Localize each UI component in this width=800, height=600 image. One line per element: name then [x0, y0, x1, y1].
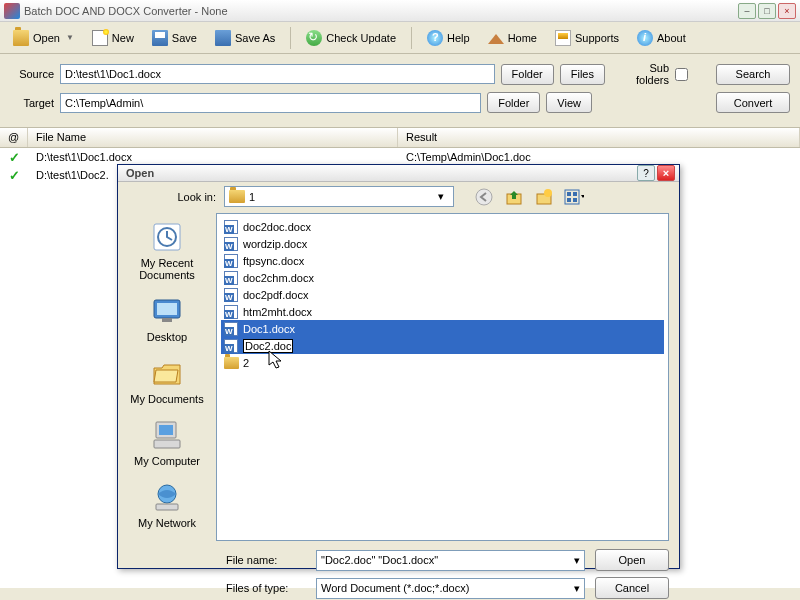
target-folder-button[interactable]: Folder — [487, 92, 540, 113]
places-bar: My Recent Documents Desktop My Documents… — [118, 211, 216, 543]
new-folder-icon[interactable] — [534, 187, 554, 207]
chevron-down-icon[interactable]: ▼ — [66, 33, 74, 42]
main-toolbar: Open▼ New Save Save As Check Update Help… — [0, 22, 800, 54]
file-item[interactable]: Doc1.docx — [221, 320, 664, 337]
file-name: Doc1.docx — [243, 323, 295, 335]
file-item[interactable]: wordzip.docx — [221, 235, 664, 252]
about-icon — [637, 30, 653, 46]
file-item[interactable]: doc2pdf.docx — [221, 286, 664, 303]
file-item[interactable]: Doc2.doc — [221, 337, 664, 354]
home-button[interactable]: Home — [481, 26, 544, 50]
folder-item[interactable]: 2 — [221, 354, 664, 371]
svg-rect-18 — [156, 504, 178, 510]
filename-combo[interactable]: "Doc2.doc" "Doc1.docx"▾ — [316, 550, 585, 571]
check-update-button[interactable]: Check Update — [299, 26, 403, 50]
subfolders-checkbox[interactable] — [675, 68, 688, 81]
place-mydocs[interactable]: My Documents — [125, 353, 209, 413]
minimize-button[interactable]: – — [738, 3, 756, 19]
lookin-value: 1 — [249, 191, 255, 203]
file-name: wordzip.docx — [243, 238, 307, 250]
close-button[interactable]: × — [778, 3, 796, 19]
nav-icons — [474, 187, 584, 207]
save-as-button[interactable]: Save As — [208, 26, 282, 50]
subfolders-label: Sub folders — [625, 62, 669, 86]
file-name: 2 — [243, 357, 249, 369]
check-icon: ✓ — [9, 150, 20, 165]
about-button[interactable]: About — [630, 26, 693, 50]
col-filename[interactable]: File Name — [28, 128, 398, 147]
file-name: htm2mht.docx — [243, 306, 312, 318]
help-icon — [427, 30, 443, 46]
doc-icon — [223, 338, 239, 354]
col-status[interactable]: @ — [0, 128, 28, 147]
target-label: Target — [10, 97, 54, 109]
place-mynet[interactable]: My Network — [125, 477, 209, 537]
place-label: My Documents — [125, 393, 209, 405]
dialog-open-button[interactable]: Open — [595, 549, 669, 571]
cell-filename: D:\test\1\Doc1.docx — [28, 151, 398, 163]
filename-value: "Doc2.doc" "Doc1.docx" — [321, 554, 438, 566]
mycomp-icon — [149, 419, 185, 451]
save-button[interactable]: Save — [145, 26, 204, 50]
search-button[interactable]: Search — [716, 64, 790, 85]
lookin-combo[interactable]: 1 ▾ — [224, 186, 454, 207]
form-area: Source Folder Files Sub folders Search T… — [0, 54, 800, 128]
filetype-value: Word Document (*.doc;*.docx) — [321, 582, 469, 594]
supports-button[interactable]: Supports — [548, 26, 626, 50]
svg-rect-15 — [159, 425, 173, 435]
doc-icon — [223, 236, 239, 252]
back-icon[interactable] — [474, 187, 494, 207]
file-name: Doc2.doc — [243, 339, 293, 353]
save-label: Save — [172, 32, 197, 44]
col-result[interactable]: Result — [398, 128, 800, 147]
lookin-label: Look in: — [128, 191, 216, 203]
up-icon[interactable] — [504, 187, 524, 207]
source-folder-button[interactable]: Folder — [501, 64, 554, 85]
view-menu-icon[interactable] — [564, 187, 584, 207]
doc-icon — [223, 287, 239, 303]
home-label: Home — [508, 32, 537, 44]
file-list[interactable]: doc2doc.docxwordzip.docxftpsync.docxdoc2… — [216, 213, 669, 541]
support-icon — [555, 30, 571, 46]
doc-icon — [223, 304, 239, 320]
recent-icon — [149, 221, 185, 253]
dialog-help-button[interactable]: ? — [637, 165, 655, 181]
maximize-button[interactable]: □ — [758, 3, 776, 19]
target-input[interactable] — [60, 93, 481, 113]
open-button[interactable]: Open▼ — [6, 26, 81, 50]
file-item[interactable]: htm2mht.docx — [221, 303, 664, 320]
mynet-icon — [149, 481, 185, 513]
filetype-combo[interactable]: Word Document (*.doc;*.docx)▾ — [316, 578, 585, 599]
file-item[interactable]: ftpsync.docx — [221, 252, 664, 269]
help-button[interactable]: Help — [420, 26, 477, 50]
place-label: My Recent Documents — [125, 257, 209, 281]
place-label: My Network — [125, 517, 209, 529]
check-icon: ✓ — [9, 168, 20, 183]
svg-point-0 — [476, 189, 492, 205]
mydocs-icon — [149, 357, 185, 389]
place-label: My Computer — [125, 455, 209, 467]
dialog-cancel-button[interactable]: Cancel — [595, 577, 669, 599]
svg-rect-6 — [573, 192, 577, 196]
place-recent[interactable]: My Recent Documents — [125, 217, 209, 289]
chevron-down-icon[interactable]: ▾ — [574, 554, 580, 567]
place-label: Desktop — [125, 331, 209, 343]
convert-button[interactable]: Convert — [716, 92, 790, 113]
chevron-down-icon[interactable]: ▾ — [574, 582, 580, 595]
window-title: Batch DOC AND DOCX Converter - None — [24, 5, 736, 17]
check-update-label: Check Update — [326, 32, 396, 44]
source-input[interactable] — [60, 64, 495, 84]
save-as-icon — [215, 30, 231, 46]
source-label: Source — [10, 68, 54, 80]
target-view-button[interactable]: View — [546, 92, 592, 113]
place-mycomp[interactable]: My Computer — [125, 415, 209, 475]
main-titlebar: Batch DOC AND DOCX Converter - None – □ … — [0, 0, 800, 22]
source-row: Source Folder Files Sub folders Search — [10, 62, 790, 86]
file-item[interactable]: doc2doc.docx — [221, 218, 664, 235]
source-files-button[interactable]: Files — [560, 64, 605, 85]
new-button[interactable]: New — [85, 26, 141, 50]
file-item[interactable]: doc2chm.docx — [221, 269, 664, 286]
dialog-close-button[interactable]: × — [657, 165, 675, 181]
chevron-down-icon[interactable]: ▾ — [433, 190, 449, 203]
place-desktop[interactable]: Desktop — [125, 291, 209, 351]
